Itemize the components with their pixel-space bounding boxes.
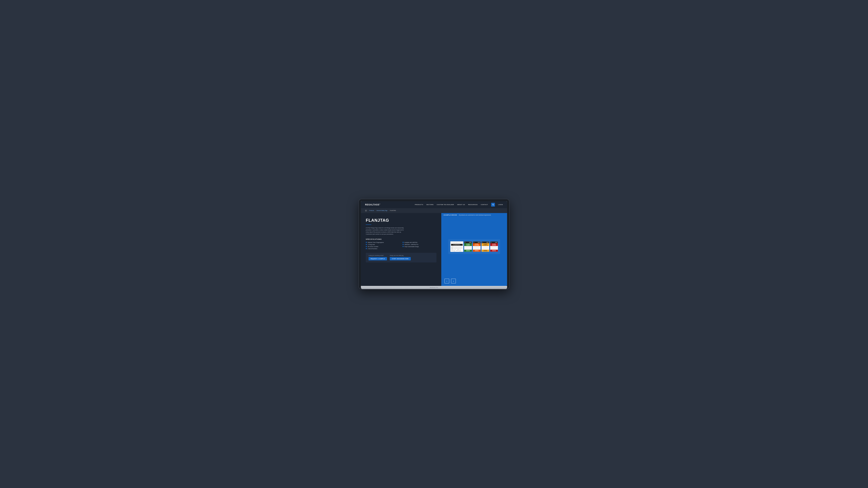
spec-fixing-hole: 1 Fixing Hole <box>366 244 400 245</box>
spec-customisable: Fully Customisable Design <box>403 246 437 247</box>
tag-section-1: No.:11057 FLANGETESTED RETURN TOSUPERVIS… <box>464 241 472 252</box>
carousel-nav: ‹ › <box>441 276 507 286</box>
breadcrumb-sep-3: / <box>389 210 389 211</box>
screen-wrapper: REGALTAGS® PRODUCTS SECTORS CUSTOM TAG B… <box>359 199 509 289</box>
logo: REGALTAGS® <box>365 203 380 206</box>
specs-title: SPECIFICATIONS <box>366 238 436 240</box>
request-sample-button[interactable]: REQUEST A SAMPLE <box>369 257 387 260</box>
spec-dot <box>403 242 404 243</box>
nav-resources[interactable]: RESOURCES <box>468 204 478 205</box>
title-underline <box>366 225 371 225</box>
spec-dot <box>366 244 367 245</box>
start-designing-button[interactable]: START DESIGNING NOW <box>390 257 410 260</box>
product-title: FLANJTAG <box>366 218 436 223</box>
cta-looking-label: Looking for something similar? <box>369 255 387 256</box>
spec-material: Material: Prism Polypropylene <box>366 242 400 243</box>
example-design-label: EXAMPLE DESIGN <box>444 215 457 216</box>
example-design-subtitle: All products are customised to meet indi… <box>459 215 491 216</box>
spec-dot <box>403 246 404 247</box>
logo-trademark: ® <box>379 203 380 205</box>
product-image-area: ADD YOUR COMPANY LOGO HERE FLANJTAG® SYS… <box>441 217 507 276</box>
login-button[interactable]: LOGIN <box>498 204 503 205</box>
breadcrumb-sep-1: / <box>368 210 368 211</box>
cta-group-sample: Looking for something similar? REQUEST A… <box>369 255 387 260</box>
nav-contact[interactable]: CONTACT <box>481 204 488 205</box>
cta-design-label: Design your own safety tag. <box>390 255 410 256</box>
tag-section-3: No.:11057 FLANGEASSEMBLED RETURN TOSUPER… <box>482 241 489 252</box>
cta-section: Looking for something similar? REQUEST A… <box>366 253 436 262</box>
logo-text: REGALTAGS <box>365 203 379 206</box>
svg-point-0 <box>493 204 494 205</box>
left-panel: FLANJTAG A 5-Part Flange Tag is ideal fo… <box>361 213 441 286</box>
spec-dot <box>366 246 367 247</box>
navbar: REGALTAGS® PRODUCTS SECTORS CUSTOM TAG B… <box>361 201 507 208</box>
tag-section-2: No.:11057 FLANGETIGHTENED RETURN TOSUPER… <box>473 241 481 252</box>
breadcrumb-sep-2: / <box>375 210 375 211</box>
laptop-screen: REGALTAGS® PRODUCTS SECTORS CUSTOM TAG B… <box>361 201 507 286</box>
breadcrumb-flanjtag: FLANJTAG <box>390 210 396 211</box>
nav-products[interactable]: PRODUCTS <box>415 204 423 205</box>
svg-line-1 <box>494 205 494 205</box>
spec-dot <box>366 248 367 249</box>
example-design-bar: EXAMPLE DESIGN All products are customis… <box>441 213 507 217</box>
nav-links: PRODUCTS SECTORS CUSTOM TAG BUILDER ABOU… <box>415 203 503 206</box>
prev-arrow-button[interactable]: ‹ <box>444 279 449 284</box>
spec-varitag-plus: VARITAG+, VARITAG Pro <box>403 244 437 245</box>
nav-sectors[interactable]: SECTORS <box>426 204 434 205</box>
laptop-frame: REGALTAGS® PRODUCTS SECTORS CUSTOM TAG B… <box>359 199 509 289</box>
breadcrumb-home-icon[interactable] <box>365 209 367 212</box>
breadcrumb: / Products / General Safety Tags / FLANJ… <box>361 208 507 213</box>
spec-dot <box>403 244 404 245</box>
cta-group-design: Design your own safety tag. START DESIGN… <box>390 255 410 260</box>
main-content: FLANJTAG A 5-Part Flange Tag is ideal fo… <box>361 213 507 286</box>
specs-grid: Material: Prism Polypropylene Available … <box>366 242 436 249</box>
breadcrumb-products[interactable]: Products <box>369 210 374 211</box>
next-arrow-button[interactable]: › <box>451 279 456 284</box>
spec-corners-rounded: All corners rounded <box>366 246 400 247</box>
flanjtag-display: ADD YOUR COMPANY LOGO HERE FLANJTAG® SYS… <box>448 239 500 254</box>
search-button[interactable] <box>491 203 495 206</box>
nav-custom-tag-builder[interactable]: CUSTOM TAG BUILDER <box>437 204 454 205</box>
right-panel: EXAMPLE DESIGN All products are customis… <box>441 213 507 286</box>
tag-main: ADD YOUR COMPANY LOGO HERE FLANJTAG® SYS… <box>450 241 463 252</box>
product-description: A 5-Part Flange Tag is ideal for a full … <box>366 227 406 235</box>
laptop-base <box>361 286 507 289</box>
spec-tear-off: 2 tear-off sections <box>366 248 400 249</box>
spec-dot <box>366 242 367 243</box>
nav-about-us[interactable]: ABOUT US <box>457 204 465 205</box>
breadcrumb-general-safety-tags[interactable]: General Safety Tags <box>376 210 388 211</box>
spec-varitag: Available with VARITAG, <box>403 242 437 243</box>
tag-section-4: No.:11057 FLANGEBROKEN RETURN TOSUPERVIS… <box>490 241 498 252</box>
